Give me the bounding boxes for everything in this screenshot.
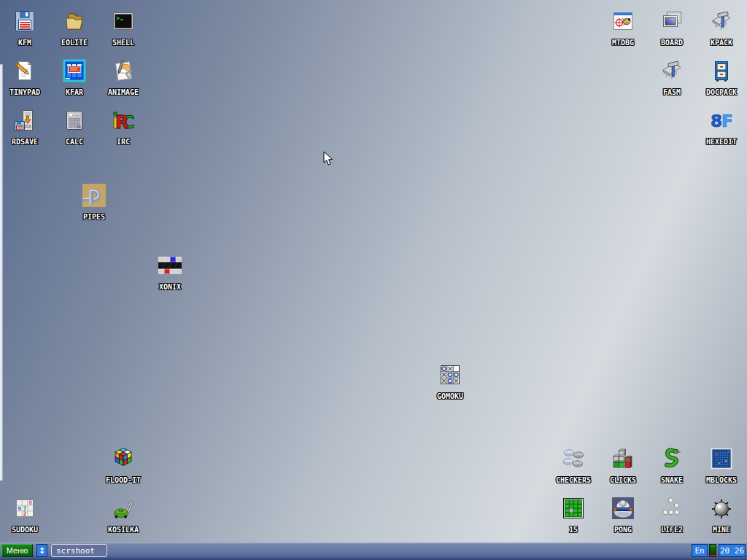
desktop-icon-rdsave[interactable]: RDSAVE [0,109,50,146]
icon-label: SUDOKU [12,526,38,534]
notepad-pencil-icon [13,59,36,82]
checkers-pieces-icon [562,447,585,470]
mosaic-grid-icon [710,447,733,470]
calculator-icon: 12045 [63,109,86,132]
floppy-disk-icon [13,9,36,33]
desktop-icon-hexedit[interactable]: 8 F HEXEDIT [697,109,746,146]
icon-label: PIPES [83,213,105,221]
desktop-icon-tinypad[interactable]: TINYPAD [0,59,50,96]
icon-label: KFM [18,39,31,47]
icon-label: SHELL [112,39,134,47]
icon-label: EOLITE [61,39,88,47]
svg-text:2: 2 [23,510,27,517]
desktop-icon-pipes[interactable]: PIPES [69,184,119,221]
cpu-usage-indicator[interactable] [709,544,716,557]
icon-label: 15 [569,526,578,534]
xonix-field-icon [158,254,182,277]
icon-label: BOARD [661,39,683,47]
icon-label: LIFE2 [661,526,683,534]
desktop-icon-kosilka[interactable]: KOSILKA [98,497,148,534]
icon-label: PONG [614,526,632,534]
desktop-icon-mblocks[interactable]: MBLOCKS [697,447,746,484]
keyboard-layout-indicator[interactable]: En [692,544,708,557]
desktop-icon-pong[interactable]: PONG [598,497,648,534]
fifteen-puzzle-icon [562,497,585,520]
up-down-arrow-icon: ↕ [39,546,45,556]
svg-text:F: F [721,112,733,131]
drawer-cabinet-icon [710,59,733,82]
folder-icon [63,9,86,33]
svg-text:8: 8 [28,499,32,506]
icon-label: KPACK [711,39,732,47]
stacked-boards-icon [660,9,684,33]
minimize-restore-button[interactable]: ↕ [36,544,47,557]
desktop-icon-eolite[interactable]: EOLITE [50,9,99,47]
icon-label: HEXEDIT [706,138,737,146]
icon-label: KOSILKA [108,526,139,534]
icon-label: FLOOD-IT [106,476,141,484]
snake-icon [660,447,684,470]
desktop-icon-calc[interactable]: 12045 CALC [50,109,99,146]
desktop-icon-mtdbg[interactable]: MTDBG [598,9,648,47]
desktop-icon-checkers[interactable]: CHECKERS [549,447,598,484]
icon-label: GOMOKU [437,392,463,400]
lawn-mower-icon [112,497,135,520]
pong-paddle-ball-icon [611,497,635,520]
icon-label: CHECKERS [556,476,591,484]
desktop-icon-sudoku[interactable]: 8 9 7 2 SUDOKU [0,497,50,534]
icon-label: ANIMAGE [108,88,139,96]
noughts-crosses-grid-icon [438,363,462,386]
desktop-icon-flood-it[interactable]: FLOOD-IT [98,447,148,484]
svg-text:9: 9 [18,505,21,512]
desktop-icon-kpack[interactable]: KPACK [697,9,746,47]
sea-mine-icon [710,497,733,520]
image-editor-icon [112,59,135,82]
desktop-icon-mine[interactable]: MINE [697,497,746,534]
sudoku-grid-icon: 8 9 7 2 [13,497,36,520]
icon-label: KFAR [66,88,83,96]
desktop: KFM EOLITE SHELL TINYPAD [0,0,747,560]
desktop-icon-fasm[interactable]: FASM [647,59,697,96]
svg-text:12045: 12045 [71,114,80,117]
desktop-icon-shell[interactable]: SHELL [98,9,148,47]
desktop-icon-kfm[interactable]: KFM [0,9,50,47]
desktop-icon-kfar[interactable]: KFAR [50,59,99,96]
desktop-icon-xonix[interactable]: XONIX [145,254,195,291]
desktop-icon-life2[interactable]: LIFE2 [647,497,697,534]
desktop-icon-animage[interactable]: ANIMAGE [98,59,148,96]
icon-label: MTDBG [612,39,634,47]
desktop-icon-irc[interactable]: C R IRC [98,109,148,146]
hammer-chip-icon [660,59,684,82]
icon-label: CLICKS [610,476,636,484]
irc-letters-icon: C R [112,109,135,132]
desktop-icon-board[interactable]: BOARD [647,9,697,47]
color-cube-icon [112,447,135,470]
stacked-blocks-icon [611,447,635,470]
debugger-bug-icon [611,9,635,33]
icon-label: MINE [713,526,730,534]
hex-8f-icon: 8 F [710,109,733,132]
hammer-chip-icon [710,9,733,33]
desktop-icon-snake[interactable]: SNAKE [647,447,697,484]
desktop-icon-15[interactable]: 15 [549,497,598,534]
desktop-icon-clicks[interactable]: CLICKS [598,447,648,484]
life-glider-icon [660,497,684,520]
pipe-p-icon [82,184,106,207]
icon-label: TINYPAD [9,88,40,96]
file-manager-panels-icon [63,59,86,82]
icon-label: FASM [663,88,681,96]
taskbar-task-scrshoot[interactable]: scrshoot [51,544,107,557]
terminal-icon [112,9,135,33]
svg-text:8: 8 [711,112,722,131]
start-menu-button[interactable]: Меню [1,544,33,557]
taskbar: Меню ↕ scrshoot En 20 26 [0,542,747,560]
desktop-icon-docpack[interactable]: DOCPACK [697,59,746,96]
icon-label: XONIX [159,283,181,291]
icon-label: MBLOCKS [706,476,737,484]
icon-label: IRC [117,138,130,146]
taskbar-clock[interactable]: 20 26 [719,544,746,557]
svg-text:R: R [115,112,128,132]
icon-label: RDSAVE [12,138,38,146]
desktop-icon-gomoku[interactable]: GOMOKU [425,363,475,400]
icon-label: SNAKE [661,476,683,484]
